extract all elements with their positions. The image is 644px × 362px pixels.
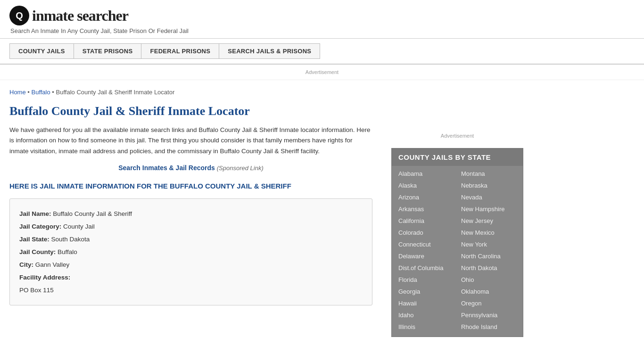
state-item[interactable]: Rhode Island [457,321,520,333]
nav-search-jails[interactable]: SEARCH JAILS & PRISONS [219,43,320,59]
breadcrumb-home[interactable]: Home [9,89,26,96]
tagline: Search An Inmate In Any County Jail, Sta… [10,27,635,34]
state-col2: MontanaNebraskaNevadaNew HampshireNew Je… [457,168,520,333]
state-item[interactable]: New Hampshire [457,203,520,215]
county-jails-title: COUNTY JAILS BY STATE [392,148,523,166]
jail-state-label: Jail State: [19,236,50,243]
jail-city-field: City: Gann Valley [19,258,363,271]
jail-address-value: PO Box 115 [19,287,54,294]
state-item[interactable]: Oregon [457,297,520,309]
jail-name-label: Jail Name: [19,210,51,217]
header: Q inmate searcher Search An Inmate In An… [0,0,644,39]
state-item[interactable]: Nevada [457,191,520,203]
state-item[interactable]: Oklahoma [457,286,520,297]
jail-city-label: City: [19,261,33,268]
state-item[interactable]: Dist.of Columbia [395,262,457,274]
jail-city-value: Gann Valley [35,261,70,268]
state-item[interactable]: Nebraska [457,180,520,191]
jail-address-value-field: PO Box 115 [19,284,363,296]
jail-name-value: Buffalo County Jail & Sheriff [53,210,132,217]
logo-text-span: inmate searcher [32,7,128,24]
state-item[interactable]: New Jersey [457,215,520,227]
state-item[interactable]: Alaska [395,180,457,191]
sidebar-ad: Advertisement [391,85,523,141]
state-item[interactable]: New York [457,239,520,250]
sidebar: Advertisement COUNTY JAILS BY STATE Alab… [387,80,533,346]
jail-name-field: Jail Name: Buffalo County Jail & Sheriff [19,207,363,220]
nav-state-prisons[interactable]: STATE PRISONS [74,43,141,59]
state-item[interactable]: Georgia [395,286,457,297]
state-item[interactable]: Delaware [395,250,457,262]
description: We have gathered for you all the availab… [9,125,372,156]
main-content: Home • Buffalo • Buffalo County Jail & S… [0,80,387,346]
section-heading: HERE IS JAIL INMATE INFORMATION FOR THE … [9,181,372,191]
info-box: Jail Name: Buffalo County Jail & Sheriff… [9,198,372,305]
state-item[interactable]: North Carolina [457,250,520,262]
state-item[interactable]: North Dakota [457,262,520,274]
sidebar-ad-label: Advertisement [441,133,474,139]
page-title: Buffalo County Jail & Sheriff Inmate Loc… [9,104,372,118]
state-item[interactable]: New Mexico [457,227,520,239]
logo-text: inmate searcher [32,7,128,25]
breadcrumb-current: Buffalo County Jail & Sheriff Inmate Loc… [56,89,175,96]
nav-bar: COUNTY JAILS STATE PRISONS FEDERAL PRISO… [0,39,644,65]
state-item[interactable]: California [395,215,457,227]
breadcrumb: Home • Buffalo • Buffalo County Jail & S… [9,89,372,96]
state-item[interactable]: Hawaii [395,297,457,309]
ad-banner: Advertisement [0,65,644,80]
state-item[interactable]: Illinois [395,321,457,333]
jail-county-label: Jail County: [19,248,56,255]
logo-icon: Q [9,6,29,25]
jail-category-field: Jail Category: County Jail [19,220,363,233]
state-item[interactable]: Colorado [395,227,457,239]
ad-label: Advertisement [305,69,339,75]
jail-address-field: Facility Address: [19,271,363,284]
jail-category-label: Jail Category: [19,223,61,230]
state-item[interactable]: Alabama [395,168,457,180]
state-item[interactable]: Arkansas [395,203,457,215]
state-item[interactable]: Pennsylvania [457,309,520,321]
nav-county-jails[interactable]: COUNTY JAILS [9,43,74,59]
county-jails-box: COUNTY JAILS BY STATE AlabamaAlaskaArizo… [391,148,523,337]
state-item[interactable]: Idaho [395,309,457,321]
state-item[interactable]: Florida [395,274,457,286]
breadcrumb-sep2: • [52,89,56,96]
jail-county-field: Jail County: Buffalo [19,246,363,258]
sponsored-note: (Sponsored Link) [217,165,264,172]
jail-category-value: County Jail [63,223,95,230]
state-col1: AlabamaAlaskaArizonaArkansasCaliforniaCo… [395,168,457,333]
jail-address-label: Facility Address: [19,274,70,281]
state-item[interactable]: Ohio [457,274,520,286]
nav-federal-prisons[interactable]: FEDERAL PRISONS [141,43,219,59]
sponsored-link-area: Search Inmates & Jail Records (Sponsored… [9,164,372,172]
jail-state-value: South Dakota [51,236,90,243]
state-item[interactable]: Montana [457,168,520,180]
logo-area: Q inmate searcher [9,6,635,25]
state-item[interactable]: Arizona [395,191,457,203]
state-grid: AlabamaAlaskaArizonaArkansasCaliforniaCo… [392,166,523,337]
sponsored-link[interactable]: Search Inmates & Jail Records [118,164,215,172]
state-item[interactable]: Connecticut [395,239,457,250]
jail-county-value: Buffalo [58,248,77,255]
content-area: Home • Buffalo • Buffalo County Jail & S… [0,80,644,346]
jail-state-field: Jail State: South Dakota [19,233,363,246]
breadcrumb-parent[interactable]: Buffalo [31,89,50,96]
